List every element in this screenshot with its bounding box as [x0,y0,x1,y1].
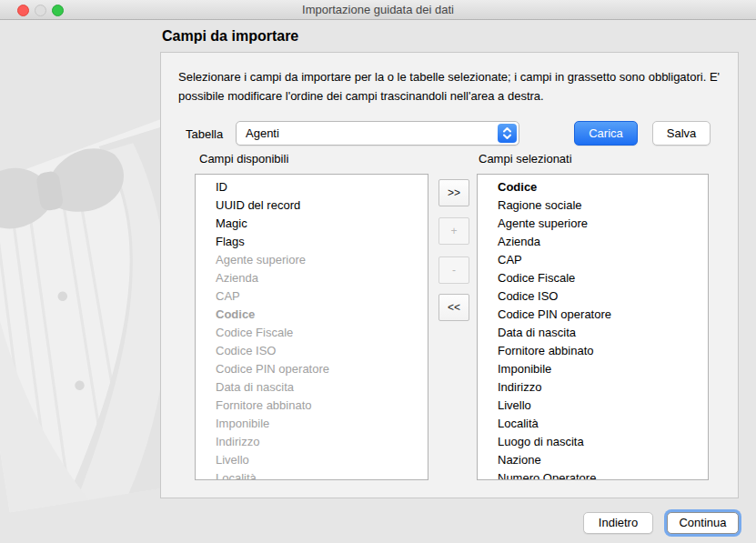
table-select[interactable]: Agenti [236,121,519,146]
table-label: Tabella [186,127,223,141]
list-item[interactable]: Nazione [478,451,708,469]
list-item[interactable]: Codice ISO [196,342,428,360]
list-item[interactable]: Luogo di nascita [478,433,708,451]
back-button[interactable]: Indietro [583,512,653,534]
list-item[interactable]: Agente superiore [196,251,428,269]
list-item[interactable]: Codice [196,306,428,324]
list-item[interactable]: Indirizzo [478,378,708,397]
available-fields-list[interactable]: IDUUID del recordMagicFlagsAgente superi… [195,174,428,480]
titlebar: Importazione guidata dei dati [0,0,756,20]
list-item[interactable]: Agente superiore [478,215,708,233]
list-item[interactable]: Data di nascita [196,378,428,397]
remove-field-button: - [438,256,469,284]
selected-fields-label: Campi selezionati [479,152,572,166]
list-item[interactable]: Imponibile [478,360,708,378]
list-item[interactable]: Ragione sociale [478,196,708,215]
list-item[interactable]: ID [196,178,428,196]
list-item[interactable]: Imponibile [196,415,428,433]
available-fields-label: Campi disponibili [199,152,288,166]
list-item[interactable]: UUID del record [196,196,428,215]
list-item[interactable]: Località [196,469,428,480]
list-item[interactable]: Codice PIN operatore [196,360,428,378]
list-item[interactable]: Codice PIN operatore [478,306,708,324]
list-item[interactable]: Flags [196,233,428,251]
page-title: Campi da importare [162,28,298,45]
move-all-left-button[interactable]: << [438,294,469,321]
selected-fields-list[interactable]: CodiceRagione socialeAgente superioreAzi… [477,174,709,480]
window-title: Importazione guidata dei dati [0,0,756,20]
list-item[interactable]: Indirizzo [196,433,428,451]
move-all-right-button[interactable]: >> [438,179,469,206]
list-item[interactable]: Località [478,415,708,433]
list-item[interactable]: Magic [196,215,428,233]
list-item[interactable]: Codice ISO [478,287,708,306]
list-item[interactable]: Livello [196,451,428,469]
list-item[interactable]: Azienda [478,233,708,251]
list-item[interactable]: Data di nascita [478,324,708,342]
table-select-value: Agenti [246,126,279,140]
list-item[interactable]: Fornitore abbinato [196,397,428,415]
list-item[interactable]: Azienda [196,269,428,287]
list-item[interactable]: Codice Fiscale [196,324,428,342]
import-wizard-window: Importazione guidata dei dati Campi da i… [0,0,756,543]
chevron-up-down-icon [498,124,517,143]
list-item[interactable]: Livello [478,397,708,415]
continue-button[interactable]: Continua [667,512,739,534]
list-item[interactable]: Codice Fiscale [478,269,708,287]
load-button[interactable]: Carica [574,121,638,146]
add-field-button: + [438,217,469,245]
list-item[interactable]: CAP [196,287,428,306]
list-item[interactable]: Numero Operatore [478,469,708,480]
instructions-text: Selezionare i campi da importare per la … [178,67,726,106]
save-button[interactable]: Salva [652,121,711,146]
list-item[interactable]: Fornitore abbinato [478,342,708,360]
list-item[interactable]: Codice [478,178,708,196]
wizard-panel: Selezionare i campi da importare per la … [160,52,739,498]
list-item[interactable]: CAP [478,251,708,269]
